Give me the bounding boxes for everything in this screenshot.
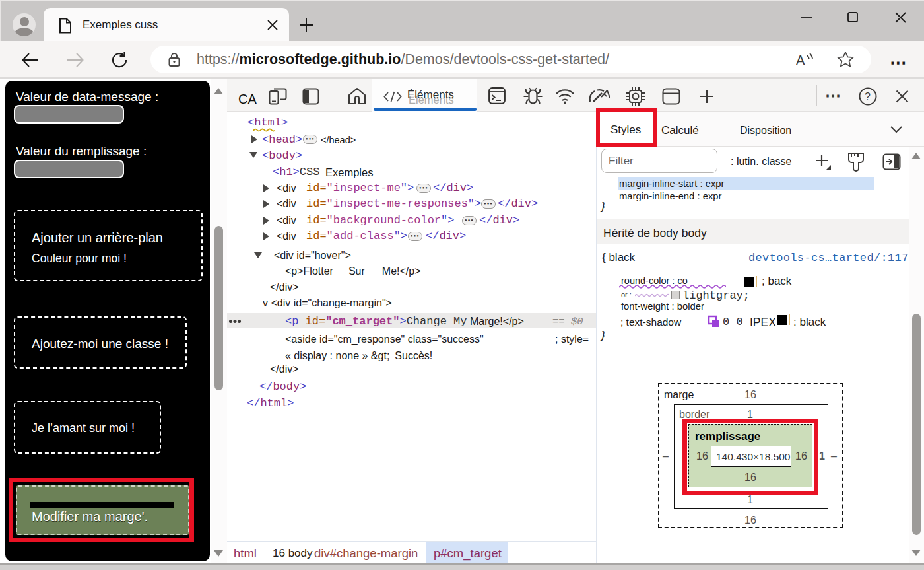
svg-text:?: ? xyxy=(865,91,871,102)
svg-text:A: A xyxy=(796,53,805,67)
